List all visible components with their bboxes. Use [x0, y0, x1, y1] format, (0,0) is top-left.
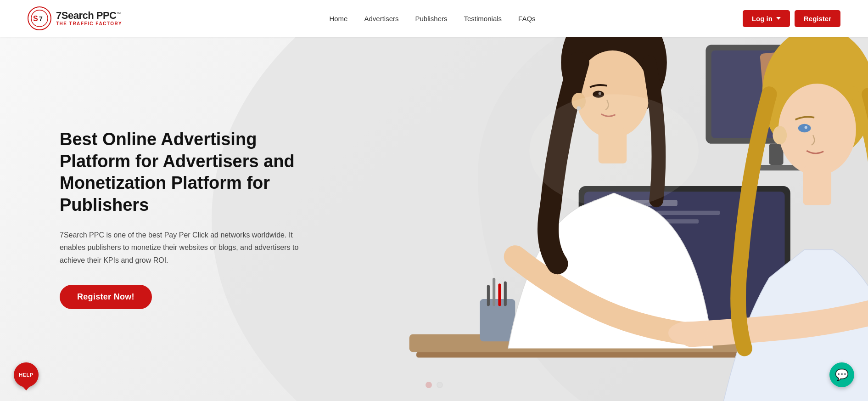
svg-text:S: S	[33, 15, 38, 23]
svg-rect-21	[480, 299, 515, 341]
svg-point-40	[529, 94, 699, 207]
nav-publishers[interactable]: Publishers	[415, 15, 447, 23]
chat-button[interactable]: 💬	[829, 362, 854, 387]
svg-rect-25	[504, 282, 507, 306]
svg-text:7: 7	[39, 15, 43, 23]
nav-testimonials[interactable]: Testimonials	[464, 15, 502, 23]
help-button[interactable]: HELP	[14, 362, 39, 387]
hero-section: Best Online Advertising Platform for Adv…	[0, 37, 868, 401]
svg-rect-35	[803, 166, 831, 205]
brand-tagline: THE TRAFFIC FACTORY	[56, 22, 122, 26]
brand-name: 7Search PPC™	[56, 11, 122, 21]
nav-advertisers[interactable]: Advertisers	[364, 15, 398, 23]
hero-description: 7Search PPC is one of the best Pay Per C…	[60, 229, 308, 266]
nav-home[interactable]: Home	[329, 15, 347, 23]
dropdown-caret-icon	[776, 17, 781, 20]
register-now-button[interactable]: Register Now!	[60, 285, 152, 309]
svg-rect-22	[487, 285, 490, 306]
svg-point-32	[599, 92, 601, 95]
svg-rect-23	[493, 278, 495, 306]
svg-point-34	[778, 84, 856, 175]
chat-icon: 💬	[835, 368, 849, 381]
site-header: S 7 7Search PPC™ THE TRAFFIC FACTORY Hom…	[0, 0, 868, 37]
svg-rect-17	[769, 144, 784, 165]
register-button[interactable]: Register	[795, 10, 840, 27]
main-nav: Home Advertisers Publishers Testimonials…	[329, 15, 535, 23]
logo-icon: S 7	[28, 6, 51, 30]
svg-point-37	[773, 126, 787, 144]
login-button[interactable]: Log in	[743, 10, 790, 27]
svg-rect-24	[498, 283, 501, 306]
svg-point-39	[805, 126, 807, 129]
logo-text: 7Search PPC™ THE TRAFFIC FACTORY	[56, 11, 122, 26]
svg-point-36	[668, 322, 708, 344]
svg-point-38	[798, 124, 811, 132]
nav-buttons: Log in Register	[743, 10, 840, 27]
logo-link[interactable]: S 7 7Search PPC™ THE TRAFFIC FACTORY	[28, 6, 122, 30]
hero-content: Best Online Advertising Platform for Adv…	[0, 129, 312, 309]
nav-faqs[interactable]: FAQs	[518, 15, 536, 23]
hero-title: Best Online Advertising Platform for Adv…	[60, 129, 312, 216]
